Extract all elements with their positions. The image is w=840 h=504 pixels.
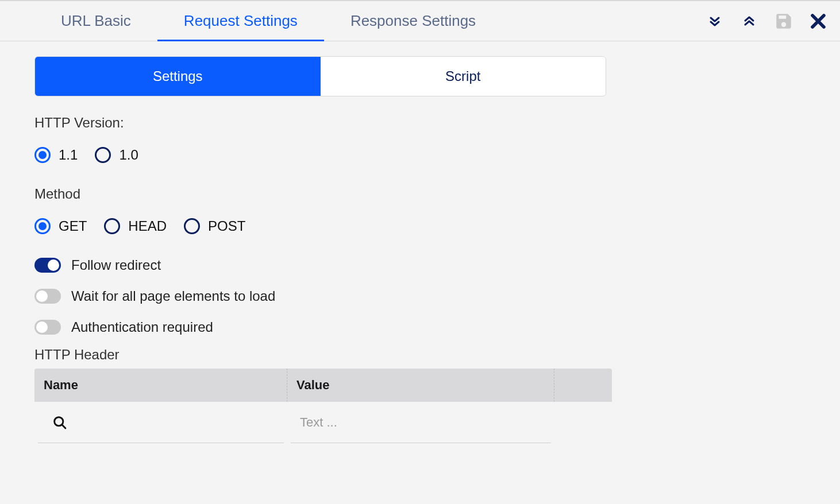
toggle-label: Wait for all page elements to load bbox=[71, 288, 275, 304]
table-header: Name Value bbox=[34, 369, 612, 402]
radio-indicator bbox=[104, 218, 120, 234]
toggle-wait-elements[interactable] bbox=[34, 289, 61, 304]
header-value-input[interactable] bbox=[300, 415, 542, 430]
tab-label: URL Basic bbox=[61, 12, 131, 30]
segment-settings[interactable]: Settings bbox=[35, 57, 321, 96]
method-label: Method bbox=[34, 186, 806, 202]
column-name: Name bbox=[34, 369, 287, 402]
header-value-cell bbox=[291, 402, 551, 443]
double-chevron-down-icon bbox=[708, 14, 722, 28]
row-actions-cell bbox=[558, 402, 608, 443]
http-version-label: HTTP Version: bbox=[34, 115, 806, 131]
column-value: Value bbox=[287, 369, 554, 402]
svg-line-3 bbox=[62, 424, 65, 428]
expand-down-button[interactable] bbox=[704, 11, 725, 32]
double-chevron-up-icon bbox=[742, 14, 756, 28]
table-row bbox=[34, 402, 612, 443]
tab-response-settings[interactable]: Response Settings bbox=[324, 1, 502, 41]
toggle-auth-required-row: Authentication required bbox=[34, 319, 806, 335]
radio-http-1-1[interactable]: 1.1 bbox=[34, 147, 78, 163]
radio-label: POST bbox=[208, 218, 245, 234]
toggle-label: Authentication required bbox=[71, 319, 213, 335]
toggle-label: Follow redirect bbox=[71, 257, 161, 273]
method-radios: GET HEAD POST bbox=[34, 218, 806, 234]
radio-get[interactable]: GET bbox=[34, 218, 87, 234]
collapse-up-button[interactable] bbox=[739, 11, 760, 32]
segment-script[interactable]: Script bbox=[321, 57, 606, 96]
http-header-table: Name Value bbox=[34, 369, 612, 443]
save-icon bbox=[774, 11, 793, 31]
radio-label: 1.0 bbox=[119, 147, 138, 163]
toggle-auth-required[interactable] bbox=[34, 320, 61, 335]
http-version-radios: 1.1 1.0 bbox=[34, 147, 806, 163]
search-icon bbox=[52, 414, 68, 431]
topbar-actions bbox=[704, 11, 829, 32]
radio-label: HEAD bbox=[128, 218, 167, 234]
segmented-control: Settings Script bbox=[34, 56, 606, 96]
radio-indicator bbox=[184, 218, 200, 234]
radio-indicator bbox=[34, 147, 51, 163]
header-name-cell[interactable] bbox=[38, 402, 284, 443]
radio-label: GET bbox=[59, 218, 87, 234]
tab-label: Response Settings bbox=[350, 12, 476, 30]
close-button[interactable] bbox=[808, 11, 829, 32]
close-icon bbox=[808, 11, 828, 31]
content: Settings Script HTTP Version: 1.1 1.0 Me… bbox=[0, 41, 840, 458]
segment-label: Settings bbox=[153, 68, 203, 84]
toggle-wait-elements-row: Wait for all page elements to load bbox=[34, 288, 806, 304]
radio-label: 1.1 bbox=[59, 147, 78, 163]
tab-request-settings[interactable]: Request Settings bbox=[157, 1, 324, 41]
segment-label: Script bbox=[445, 68, 480, 84]
tab-label: Request Settings bbox=[184, 12, 298, 30]
save-button[interactable] bbox=[773, 11, 794, 32]
topbar: URL Basic Request Settings Response Sett… bbox=[0, 0, 840, 41]
radio-indicator bbox=[34, 218, 51, 234]
toggle-follow-redirect[interactable] bbox=[34, 258, 61, 273]
main-tabs: URL Basic Request Settings Response Sett… bbox=[0, 1, 704, 41]
toggle-follow-redirect-row: Follow redirect bbox=[34, 257, 806, 273]
tab-url-basic[interactable]: URL Basic bbox=[34, 1, 157, 41]
radio-indicator bbox=[95, 147, 111, 163]
http-header-label: HTTP Header bbox=[34, 347, 806, 363]
radio-head[interactable]: HEAD bbox=[104, 218, 167, 234]
radio-http-1-0[interactable]: 1.0 bbox=[95, 147, 138, 163]
radio-post[interactable]: POST bbox=[184, 218, 245, 234]
